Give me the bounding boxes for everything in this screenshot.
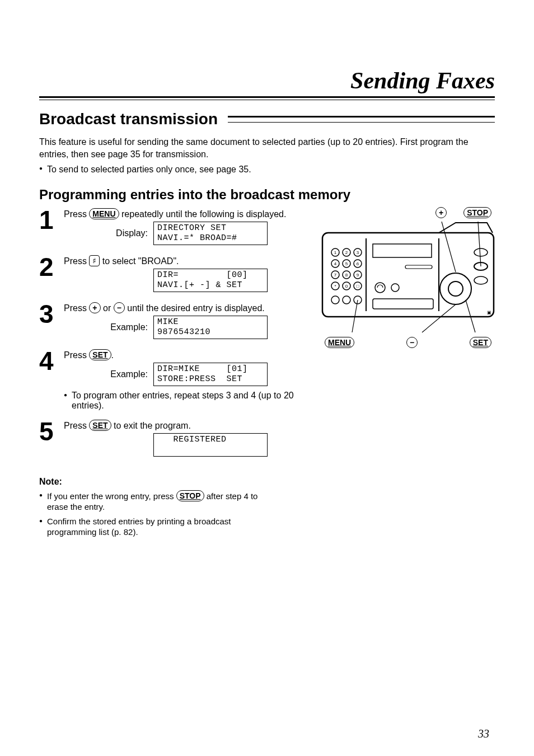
- svg-text:5: 5: [345, 261, 348, 266]
- svg-rect-28: [405, 265, 432, 269]
- plus-button-icon: +: [89, 302, 100, 313]
- lcd-display: REGISTERED: [153, 433, 268, 457]
- divider: [228, 116, 495, 123]
- step-text: Press: [64, 303, 89, 313]
- svg-point-29: [375, 283, 385, 293]
- note-heading: Note:: [39, 477, 305, 487]
- step-text: .: [111, 350, 114, 360]
- fax-machine-icon: 1 2 3 4 5 6 7 8 9 * 0 □: [321, 222, 495, 334]
- intro-text: This feature is useful for sending the s…: [39, 136, 495, 160]
- step-sub-bullet: To program other entries, repeat steps 3…: [64, 391, 305, 411]
- lcd-display: DIRECTORY SET NAVI.=* BROAD=#: [153, 222, 268, 245]
- step-number: 4: [39, 348, 64, 374]
- step-4: 4 Press SET. Example: DIR=MIKE [01] STOR…: [39, 348, 305, 414]
- step-3: 3 Press + or − until the desired entry i…: [39, 301, 305, 344]
- svg-point-35: [440, 273, 471, 304]
- note-list: If you enter the wrong entry, press STOP…: [39, 490, 263, 538]
- lcd-display: DIR=MIKE [01] STORE:PRESS SET: [153, 363, 268, 386]
- svg-text:4: 4: [334, 261, 337, 266]
- svg-text:1: 1: [334, 250, 337, 255]
- step-text: until the desired entry is displayed.: [125, 303, 265, 313]
- display-label: Example:: [64, 322, 148, 332]
- lcd-display: DIR= [00] NAVI.[+ -] & SET: [153, 269, 268, 292]
- minus-button-icon: −: [114, 302, 125, 313]
- hash-button-icon: ♯: [89, 255, 100, 266]
- menu-callout-icon: MENU: [325, 337, 354, 348]
- step-number: 2: [39, 254, 64, 280]
- lcd-display: MIKE 9876543210: [153, 316, 268, 339]
- subheading: Programming entries into the broadcast m…: [39, 187, 495, 203]
- stop-button-icon: STOP: [176, 490, 204, 501]
- svg-rect-0: [322, 233, 494, 317]
- step-1: 1 Press MENU repeatedly until the follow…: [39, 207, 305, 250]
- display-label: Example:: [64, 369, 148, 379]
- divider: [39, 96, 495, 98]
- step-number: 3: [39, 301, 64, 327]
- device-illustration: + STOP 1 2 3 4 5 6: [321, 207, 495, 348]
- svg-text:*: *: [334, 284, 336, 289]
- plus-callout-icon: +: [435, 207, 447, 218]
- note-text: If you enter the wrong entry, press: [47, 491, 176, 501]
- intro-bullet: To send to selected parties only once, s…: [39, 163, 495, 176]
- step-5: 5 Press SET to exit the program. REGISTE…: [39, 419, 305, 461]
- step-number: 1: [39, 207, 64, 233]
- svg-text:0: 0: [345, 284, 348, 289]
- step-number: 5: [39, 419, 64, 444]
- chapter-title: Sending Faxes: [39, 67, 495, 94]
- svg-text:7: 7: [334, 273, 337, 278]
- menu-button-icon: MENU: [89, 208, 119, 219]
- step-text: Press: [64, 421, 89, 430]
- step-2: 2 Press ♯ to select "BROAD". DIR= [00] N…: [39, 254, 305, 297]
- svg-point-37: [474, 248, 488, 256]
- step-text: repeatedly until the following is displa…: [119, 209, 287, 219]
- section-title: Broadcast transmission: [39, 110, 218, 128]
- svg-text:8: 8: [345, 273, 348, 278]
- step-text: to select "BROAD".: [100, 256, 179, 266]
- minus-callout-icon: −: [406, 337, 418, 348]
- svg-rect-31: [373, 299, 433, 309]
- divider: [39, 100, 495, 100]
- svg-text:2: 2: [345, 250, 348, 255]
- svg-rect-27: [373, 244, 432, 257]
- note-item: If you enter the wrong entry, press STOP…: [39, 490, 263, 513]
- page-number: 33: [478, 727, 489, 740]
- step-text: Press: [64, 256, 89, 266]
- step-text: or: [101, 303, 114, 313]
- set-callout-icon: SET: [470, 337, 491, 348]
- set-button-icon: SET: [89, 420, 111, 431]
- svg-text:9: 9: [357, 273, 359, 278]
- svg-point-32: [331, 296, 339, 304]
- set-button-icon: SET: [89, 349, 111, 360]
- stop-callout-icon: STOP: [463, 207, 491, 218]
- svg-point-33: [343, 296, 350, 304]
- note-item: Confirm the stored entries by printing a…: [39, 516, 263, 538]
- svg-line-41: [442, 222, 456, 272]
- svg-point-30: [391, 284, 399, 292]
- step-text: Press: [64, 209, 89, 219]
- step-text: to exit the program.: [111, 421, 191, 430]
- display-label: Display:: [64, 228, 148, 238]
- svg-text:▣: ▣: [487, 310, 491, 315]
- intro-block: This feature is useful for sending the s…: [39, 136, 495, 176]
- svg-text:3: 3: [357, 250, 359, 255]
- svg-line-42: [478, 222, 481, 266]
- svg-text:6: 6: [357, 261, 359, 266]
- svg-point-39: [474, 276, 488, 284]
- svg-point-36: [448, 281, 463, 296]
- svg-text:□: □: [357, 284, 359, 289]
- step-text: Press: [64, 350, 89, 360]
